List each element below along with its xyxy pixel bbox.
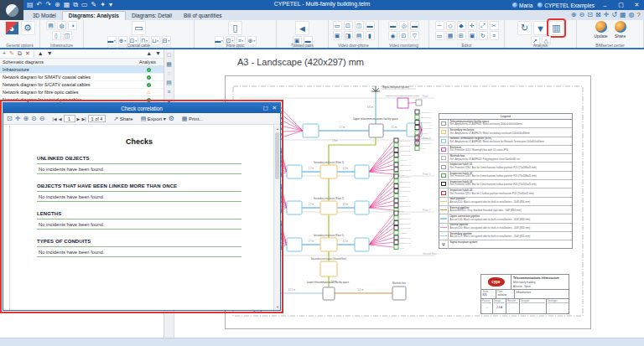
- ribbon-icon-1-1-1[interactable]: ◫: [63, 31, 72, 40]
- upper-facility-box[interactable]: [369, 124, 383, 137]
- add-icon[interactable]: +: [3, 50, 6, 57]
- tab-3d-model[interactable]: 3D Model: [27, 12, 62, 20]
- export-button[interactable]: ▤Export ▾: [141, 116, 166, 122]
- ribbon-icon-7-1-1[interactable]: ▦: [446, 31, 455, 40]
- update-button[interactable]: Update: [594, 21, 607, 39]
- outlet-box[interactable]: [394, 240, 398, 245]
- outlet-box[interactable]: [394, 168, 398, 172]
- outlet-box[interactable]: [394, 221, 398, 225]
- update-results-icon[interactable]: ↻: [517, 21, 532, 35]
- previous-view-icon[interactable]: ↺: [611, 11, 617, 18]
- zoom-actual-icon[interactable]: ⊙: [31, 115, 37, 122]
- ribbon-icon-7-0-4[interactable]: ⤢: [479, 21, 488, 30]
- fit-page-icon[interactable]: ⊡: [7, 115, 13, 122]
- outlet-box[interactable]: [394, 211, 398, 215]
- diagram-list-item[interactable]: Infrastructure✓: [0, 66, 164, 74]
- twisted-device-icon[interactable]: ◄: [295, 21, 309, 35]
- user-account[interactable]: Maria: [512, 3, 532, 8]
- connection-box[interactable]: [287, 238, 302, 251]
- ribbon-icon-1-0-2[interactable]: ◑: [68, 21, 77, 30]
- sort-down-icon[interactable]: ▼: [155, 50, 161, 57]
- outlet-box[interactable]: [394, 204, 398, 208]
- secondary-enclosure-box[interactable]: [320, 261, 337, 276]
- copy-icon[interactable]: ⧉: [18, 50, 22, 57]
- ribbon-icon-1-1-0[interactable]: ▯: [52, 31, 61, 40]
- ribbon-icon-5-0-3[interactable]: ▬: [366, 21, 375, 30]
- outlet-box[interactable]: [394, 245, 398, 250]
- outlet-box[interactable]: [394, 184, 398, 188]
- project-account[interactable]: CYPETEL Examples: [538, 3, 595, 8]
- outlet-box[interactable]: [415, 120, 419, 124]
- scroll-thumb[interactable]: [275, 132, 279, 179]
- ribbon-icon-5-0-2[interactable]: ◫: [355, 21, 364, 30]
- dialog-maximize-button[interactable]: ▢: [262, 105, 267, 111]
- connection-box[interactable]: [355, 201, 369, 214]
- web-icon[interactable]: ◍: [629, 11, 635, 18]
- outlet-box[interactable]: [394, 179, 398, 183]
- previous-page-button[interactable]: ◀: [59, 116, 62, 121]
- pan-icon[interactable]: ✛: [15, 115, 21, 122]
- outlet-box[interactable]: [415, 146, 419, 150]
- ribbon-icon-7-1-3[interactable]: ▣: [468, 31, 477, 40]
- general-settings-icon[interactable]: ⚙: [21, 21, 35, 35]
- redraw-icon[interactable]: ▦: [620, 11, 626, 18]
- tab-bill-of-quantities[interactable]: Bill of quantities: [178, 12, 228, 20]
- dialog-close-button[interactable]: ✕: [273, 105, 277, 111]
- analysis-filter-icon[interactable]: ▼: [533, 21, 548, 35]
- connection-box[interactable]: [355, 165, 369, 178]
- delete-icon[interactable]: ✕: [25, 50, 30, 57]
- minimize-button[interactable]: –: [600, 3, 610, 8]
- move-down-icon[interactable]: ▼: [47, 50, 53, 57]
- ribbon-icon-6-0-1[interactable]: ◎: [399, 21, 408, 30]
- current-page-input[interactable]: 1: [64, 115, 75, 122]
- secondary-enclosure-box[interactable]: [320, 201, 337, 214]
- secondary-enclosure-box[interactable]: [320, 238, 337, 251]
- view-window-icon[interactable]: □: [167, 52, 170, 58]
- outlet-box[interactable]: [394, 152, 398, 157]
- ribbon-icon-5-0-1[interactable]: ⊡: [344, 21, 353, 30]
- ribbon-icon-5-1-2[interactable]: ▤: [355, 31, 364, 40]
- zoom-in-icon[interactable]: ⊕: [23, 115, 29, 122]
- view-list-icon[interactable]: ≡: [167, 89, 170, 95]
- coaxial-enclosure-icon[interactable]: ▭: [132, 21, 146, 35]
- outlet-box[interactable]: [394, 158, 398, 162]
- outlet-box[interactable]: [394, 143, 398, 147]
- ribbon-icon-7-0-1[interactable]: ◇: [446, 21, 455, 30]
- outlet-box[interactable]: [416, 100, 422, 106]
- manhole-box[interactable]: [392, 287, 406, 300]
- zoom-in-icon[interactable]: ⊕: [571, 11, 577, 18]
- tab-diagrams-detail[interactable]: Diagrams: Detail: [126, 12, 178, 20]
- share-button[interactable]: Share: [615, 21, 626, 39]
- antenna-symbol[interactable]: [371, 86, 380, 91]
- outlet-box[interactable]: [394, 235, 398, 240]
- outlet-box[interactable]: [394, 188, 398, 193]
- ribbon-icon-7-1-0[interactable]: ▭: [435, 31, 444, 40]
- ribbon-icon-6-0-2[interactable]: ▬: [410, 21, 419, 30]
- outlet-box[interactable]: [415, 131, 419, 135]
- dialog-title-bar[interactable]: Check correlation ▢ ✕: [3, 103, 280, 113]
- diagram-list-item[interactable]: Network diagram for S/MATV coaxial cable…: [0, 74, 164, 81]
- diagram-list-item[interactable]: Network diagram for S/CATV coaxial cable…: [0, 81, 164, 89]
- last-page-button[interactable]: ▶|: [81, 116, 86, 121]
- edit-icon[interactable]: ✎: [9, 50, 14, 57]
- ribbon-icon-1-0-1[interactable]: ◍: [57, 21, 66, 30]
- outlet-box[interactable]: [394, 225, 398, 230]
- ribbon-icon-6-1-2[interactable]: ▽: [410, 31, 419, 40]
- sort-up-icon[interactable]: ▲: [146, 50, 152, 57]
- ribbon-icon-7-0-5[interactable]: ✂: [490, 21, 499, 30]
- connection-box[interactable]: [355, 238, 369, 251]
- first-page-button[interactable]: |◀: [53, 116, 57, 121]
- zoom-out-icon[interactable]: ⊖: [39, 115, 45, 122]
- share-button[interactable]: ↗Share: [113, 116, 132, 122]
- outlet-box[interactable]: [415, 126, 419, 130]
- connection-box[interactable]: [287, 201, 302, 214]
- ribbon-icon-6-1-0[interactable]: ◉: [388, 31, 397, 40]
- secondary-enclosure-box[interactable]: [320, 165, 337, 178]
- ribbon-icon-5-1-3[interactable]: ▮: [366, 31, 375, 40]
- check-correlation-icon[interactable]: ▥: [549, 21, 564, 35]
- ribbon-icon-7-0-0[interactable]: ─: [435, 21, 444, 30]
- zoom-extents-icon[interactable]: ⊠: [595, 11, 601, 18]
- outlet-box[interactable]: [394, 148, 398, 152]
- help-icon[interactable]: ?: [637, 11, 641, 18]
- outlet-box[interactable]: [394, 230, 398, 235]
